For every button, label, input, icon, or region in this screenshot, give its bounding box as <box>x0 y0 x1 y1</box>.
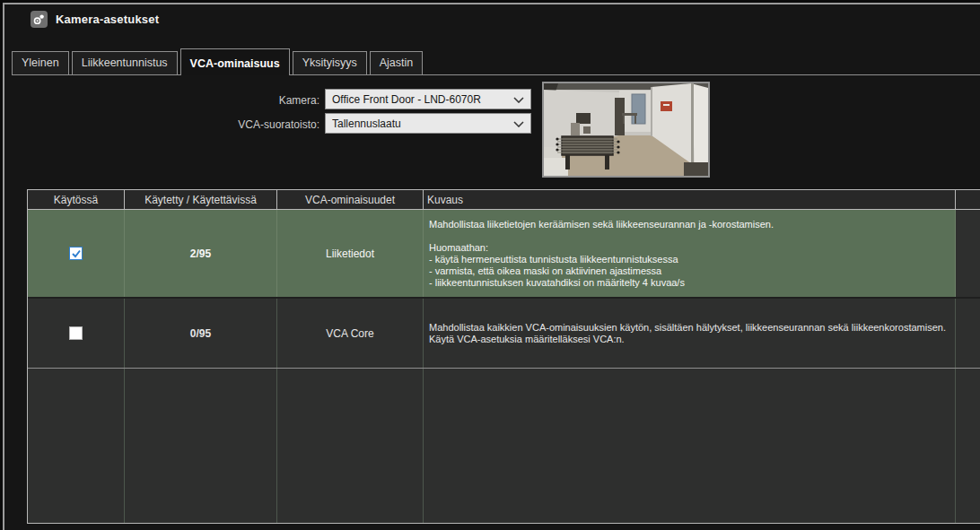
row-end-cell <box>956 299 980 368</box>
feature-name: VCA Core <box>277 299 424 368</box>
window-title: Kamera-asetukset <box>56 13 159 26</box>
title-bar: Kamera-asetukset <box>31 7 980 30</box>
chevron-down-icon <box>513 117 524 130</box>
column-header-kaytossa: Käytössä <box>28 190 125 210</box>
checkmark-icon <box>71 248 82 259</box>
used-available-value: 0/95 <box>125 299 277 368</box>
settings-gears-icon <box>31 11 48 28</box>
camera-preview-image <box>542 82 710 178</box>
used-available-value: 2/95 <box>125 210 277 297</box>
vca-stream-select-value: Tallennuslaatu <box>332 117 401 130</box>
camera-label: Kamera: <box>86 94 319 107</box>
vca-feature-table: Käytössä Käytetty / Käytettävissä VCA-om… <box>27 189 980 524</box>
tab-yksityisyys[interactable]: Yksityisyys <box>293 51 367 74</box>
column-header-empty <box>956 190 980 210</box>
camera-select-value: Office Front Door - LND-6070R <box>332 93 481 106</box>
chevron-down-icon <box>513 93 524 106</box>
table-row-liiketiedot[interactable]: 2/95 Liiketiedot Mahdollistaa liiketieto… <box>28 210 980 299</box>
column-header-kuvaus: Kuvaus <box>424 190 956 210</box>
camera-select[interactable]: Office Front Door - LND-6070R <box>325 89 531 109</box>
column-header-kaytetty: Käytetty / Käytettävissä <box>125 190 277 210</box>
feature-description: Mahdollistaa liiketietojen keräämisen se… <box>424 210 956 297</box>
tab-liikkeentunnistus[interactable]: Liikkeentunnistus <box>72 51 178 74</box>
tab-yleinen[interactable]: Yleinen <box>12 51 69 74</box>
tab-ajastin[interactable]: Ajastin <box>370 51 424 74</box>
empty-table-area <box>28 369 980 523</box>
liiketiedot-enabled-checkbox[interactable] <box>69 247 83 260</box>
column-header-vca-ominaisuudet: VCA-ominaisuudet <box>277 190 424 210</box>
feature-description: Mahdollistaa kaikkien VCA-ominaisuuksien… <box>424 299 956 368</box>
feature-name: Liiketiedot <box>277 210 424 297</box>
vca-stream-select[interactable]: Tallennuslaatu <box>325 113 531 134</box>
tab-vca-ominaisuus[interactable]: VCA-ominaisuus <box>180 48 290 75</box>
tab-bar: Yleinen Liikkeentunnistus VCA-ominaisuus… <box>12 49 980 75</box>
enabled-cell <box>28 210 125 297</box>
vca-core-enabled-checkbox[interactable] <box>69 326 83 340</box>
vca-stream-label: VCA-suoratoisto: <box>86 118 319 131</box>
enabled-cell <box>28 299 125 368</box>
row-end-cell <box>956 210 980 297</box>
table-row-vca-core[interactable]: 0/95 VCA Core Mahdollistaa kaikkien VCA-… <box>28 299 980 369</box>
table-header-row: Käytössä Käytetty / Käytettävissä VCA-om… <box>28 190 980 210</box>
